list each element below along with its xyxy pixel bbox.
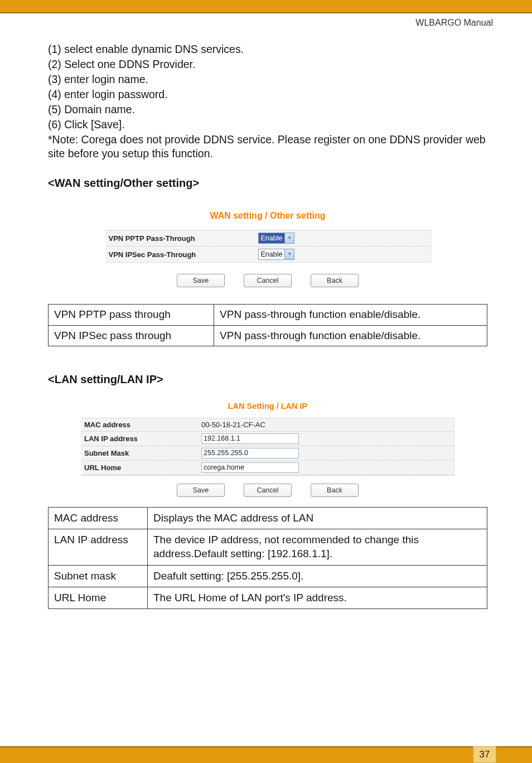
lan-row-mask: Subnet Mask xyxy=(81,446,454,460)
wan-desc-r2c1: VPN IPSec pass through xyxy=(49,325,214,346)
lan-ip-input[interactable] xyxy=(201,433,299,444)
wan-button-row: Save Cancel Back xyxy=(105,274,431,287)
wan-desc-table: VPN PPTP pass through VPN pass-through f… xyxy=(48,304,487,346)
lan-desc-r2c1: LAN IP address xyxy=(49,529,148,566)
wan-pptp-label: VPN PPTP Pass-Through xyxy=(109,234,258,243)
wan-heading: <WAN setting/Other setting> xyxy=(48,176,487,191)
page-footer: 37 xyxy=(0,746,532,763)
footer-bar: 37 xyxy=(0,747,532,763)
lan-figure: LAN Setting / LAN IP MAC address 00-50-1… xyxy=(81,401,454,497)
page-number: 37 xyxy=(473,746,496,763)
lan-desc-r4c1: URL Home xyxy=(49,587,148,609)
chevron-down-icon: ▾ xyxy=(284,233,294,243)
lan-desc-r1c1: MAC address xyxy=(49,507,148,529)
wan-desc-r1c2: VPN pass-through function enable/disable… xyxy=(214,305,487,325)
step-5: (5) Domain name. xyxy=(48,103,487,117)
lan-fig-title: LAN Setting / LAN IP xyxy=(81,401,454,412)
wan-pptp-select-value: Enable xyxy=(261,234,283,243)
wan-ipsec-label: VPN IPSec Pass-Through xyxy=(109,250,258,259)
wan-row-ipsec: VPN IPSec Pass-Through Enable ▾ xyxy=(105,246,431,262)
steps-list: (1) select enable dynamic DNS services. … xyxy=(48,42,487,161)
wan-desc-r1c1: VPN PPTP pass through xyxy=(49,305,214,325)
wan-row-pptp: VPN PPTP Pass-Through Enable ▾ xyxy=(105,230,431,246)
step-note: *Note: Corega does not provide DDNS serv… xyxy=(48,133,487,162)
lan-ip-label: LAN IP address xyxy=(84,434,201,443)
back-button[interactable]: Back xyxy=(311,274,359,287)
table-row: MAC address Displays the MAC address of … xyxy=(49,507,487,529)
lan-row-url: URL Home xyxy=(81,460,454,475)
lan-mac-value: 00-50-18-21-CF-AC xyxy=(201,420,265,429)
lan-desc-r2c2: The device IP address, not recommended t… xyxy=(148,529,487,566)
lan-mask-input[interactable] xyxy=(201,448,299,458)
table-row: VPN PPTP pass through VPN pass-through f… xyxy=(49,305,487,325)
lan-row-ip: LAN IP address xyxy=(81,431,454,446)
wan-pptp-select[interactable]: Enable ▾ xyxy=(258,233,295,244)
lan-url-label: URL Home xyxy=(84,463,201,472)
lan-mac-label: MAC address xyxy=(84,420,201,429)
lan-mask-label: Subnet Mask xyxy=(84,448,201,458)
wan-settings-table: VPN PPTP Pass-Through Enable ▾ VPN IPSec… xyxy=(105,229,431,263)
wan-desc-r2c2: VPN pass-through function enable/disable… xyxy=(214,325,487,346)
step-3: (3) enter login name. xyxy=(48,73,487,87)
table-row: VPN IPSec pass through VPN pass-through … xyxy=(49,325,487,346)
save-button[interactable]: Save xyxy=(177,274,225,287)
table-row: URL Home The URL Home of LAN port's IP a… xyxy=(49,587,487,609)
step-2: (2) Select one DDNS Provider. xyxy=(48,57,487,72)
chevron-down-icon: ▾ xyxy=(284,249,294,259)
lan-settings-table: MAC address 00-50-18-21-CF-AC LAN IP add… xyxy=(81,418,454,476)
step-6: (6) Click [Save]. xyxy=(48,118,487,132)
table-row: LAN IP address The device IP address, no… xyxy=(49,529,487,566)
lan-desc-r3c2: Deafult setting: [255.255.255.0]. xyxy=(148,565,487,587)
step-4: (4) enter login password. xyxy=(48,88,487,102)
save-button[interactable]: Save xyxy=(177,484,225,497)
step-1: (1) select enable dynamic DNS services. xyxy=(48,42,487,57)
table-row: Subnet mask Deafult setting: [255.255.25… xyxy=(49,565,487,587)
lan-row-mac: MAC address 00-50-18-21-CF-AC xyxy=(81,418,454,431)
wan-ipsec-select[interactable]: Enable ▾ xyxy=(258,249,295,260)
lan-desc-r4c2: The URL Home of LAN port's IP address. xyxy=(148,587,487,609)
top-accent-bar xyxy=(0,0,532,12)
lan-heading: <LAN setting/LAN IP> xyxy=(48,372,487,387)
back-button[interactable]: Back xyxy=(311,484,359,497)
lan-button-row: Save Cancel Back xyxy=(81,484,454,497)
doc-title: WLBARGO Manual xyxy=(415,18,493,28)
top-rule xyxy=(0,12,532,13)
cancel-button[interactable]: Cancel xyxy=(244,484,292,497)
cancel-button[interactable]: Cancel xyxy=(244,274,292,287)
lan-desc-table: MAC address Displays the MAC address of … xyxy=(48,507,487,609)
wan-figure: WAN setting / Other setting VPN PPTP Pas… xyxy=(105,210,431,287)
wan-fig-title: WAN setting / Other setting xyxy=(105,210,431,221)
lan-desc-r3c1: Subnet mask xyxy=(49,565,148,587)
lan-url-input[interactable] xyxy=(201,462,299,473)
lan-desc-r1c2: Displays the MAC address of LAN xyxy=(148,507,487,529)
wan-ipsec-select-value: Enable xyxy=(261,250,283,259)
